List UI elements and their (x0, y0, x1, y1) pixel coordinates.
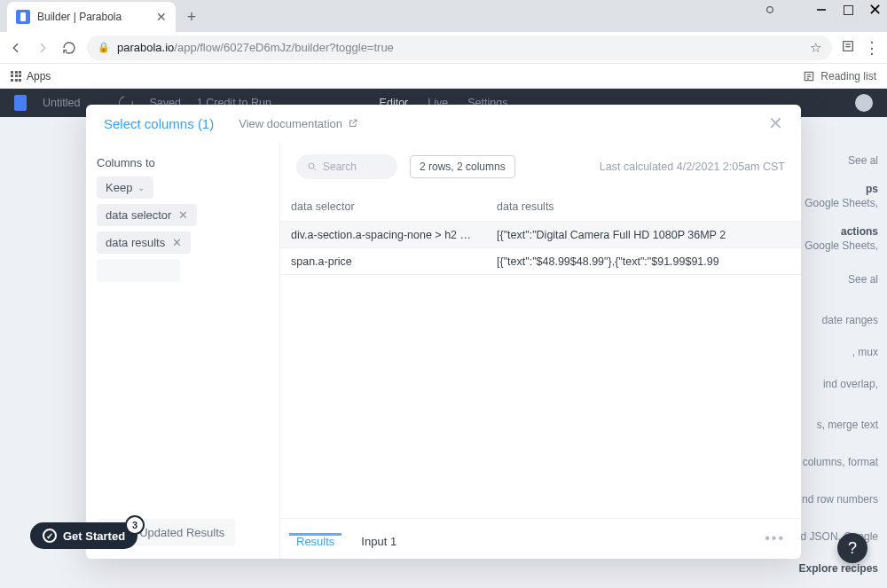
svg-line-8 (314, 169, 317, 171)
tab-title: Builder | Parabola (37, 11, 149, 23)
column-tag-data-selector[interactable]: data selector ✕ (97, 204, 197, 226)
chrome-tab-strip: Builder | Parabola ✕ + (0, 0, 887, 32)
results-table: data selector data results div.a-section… (280, 192, 801, 518)
avatar[interactable] (855, 94, 873, 112)
help-button[interactable]: ? (837, 533, 867, 563)
tab-favicon (16, 10, 30, 24)
search-icon (307, 161, 318, 172)
view-documentation-link[interactable]: View documentation (239, 117, 358, 130)
keep-dropdown[interactable]: Keep ⌄ (97, 176, 153, 199)
more-options-icon[interactable]: ••• (765, 530, 785, 546)
remove-tag-icon[interactable]: ✕ (172, 236, 182, 249)
close-tab-icon[interactable]: ✕ (156, 10, 167, 24)
results-tabs: Results Input 1 ••• (280, 518, 801, 559)
row-column-count: 2 rows, 2 columns (410, 155, 515, 178)
tab-input-1[interactable]: Input 1 (361, 535, 396, 559)
check-icon: ✓ (43, 529, 57, 543)
table-row[interactable]: div.a-section.a-spacing-none > h2 > a > … (280, 222, 801, 248)
apps-grid-icon (11, 71, 21, 82)
lock-icon: 🔒 (98, 42, 110, 53)
column-header[interactable]: data results (486, 200, 801, 213)
search-input[interactable]: Search (296, 154, 397, 179)
window-close[interactable]: ✕ (869, 4, 880, 15)
window-minimize[interactable] (816, 4, 827, 15)
modal-header: Select columns (1) View documentation ✕ (86, 105, 801, 142)
chrome-menu-icon[interactable]: ⋮ (864, 38, 880, 58)
remove-tag-icon[interactable]: ✕ (178, 208, 188, 222)
table-row[interactable]: span.a-price [{"text":"$48.99$48.99"},{"… (280, 248, 801, 275)
bookmark-star-icon[interactable]: ☆ (810, 40, 821, 56)
apps-button[interactable]: Apps (11, 70, 51, 82)
add-tag-input[interactable] (97, 259, 180, 282)
svg-point-7 (309, 163, 314, 169)
select-columns-modal: Select columns (1) View documentation ✕ … (86, 105, 801, 559)
window-maximize[interactable] (843, 4, 853, 15)
browser-tab[interactable]: Builder | Parabola ✕ (7, 2, 176, 32)
parabola-logo[interactable] (14, 95, 27, 111)
modal-title: Select columns (1) (104, 116, 214, 131)
column-header[interactable]: data selector (280, 200, 486, 213)
chrome-profile-dot[interactable] (766, 6, 773, 13)
back-button[interactable] (7, 39, 25, 57)
address-bar[interactable]: 🔒 parabola.io/app/flow/6027eD6mJz/builde… (87, 35, 832, 60)
close-modal-button[interactable]: ✕ (768, 113, 783, 134)
last-calculated-label: Last calculated 4/2/2021 2:05am CST (600, 161, 785, 173)
reading-mode-icon[interactable] (841, 39, 855, 57)
url-text: parabola.io/app/flow/6027eD6mJz/builder?… (117, 41, 803, 54)
new-tab-button[interactable]: + (179, 4, 204, 29)
chrome-toolbar: 🔒 parabola.io/app/flow/6027eD6mJz/builde… (0, 32, 887, 64)
workspace-name[interactable]: Untitled (43, 97, 80, 109)
right-panel: Search 2 rows, 2 columns Last calculated… (280, 142, 801, 559)
columns-to-label: Columns to (97, 156, 269, 169)
left-panel: Columns to Keep ⌄ data selector ✕ data r… (86, 142, 280, 559)
get-started-badge: 3 (127, 517, 143, 533)
bookmark-bar: Apps Reading list (0, 64, 887, 89)
external-link-icon (348, 118, 358, 129)
column-tag-data-results[interactable]: data results ✕ (97, 231, 191, 254)
tab-results[interactable]: Results (296, 535, 334, 559)
reload-button[interactable] (60, 39, 78, 57)
get-started-button[interactable]: ✓ Get Started 3 (30, 522, 137, 549)
chevron-down-icon: ⌄ (137, 183, 145, 192)
reading-list-button[interactable]: Reading list (803, 70, 876, 82)
forward-button[interactable] (34, 39, 51, 57)
table-header-row: data selector data results (280, 192, 801, 222)
